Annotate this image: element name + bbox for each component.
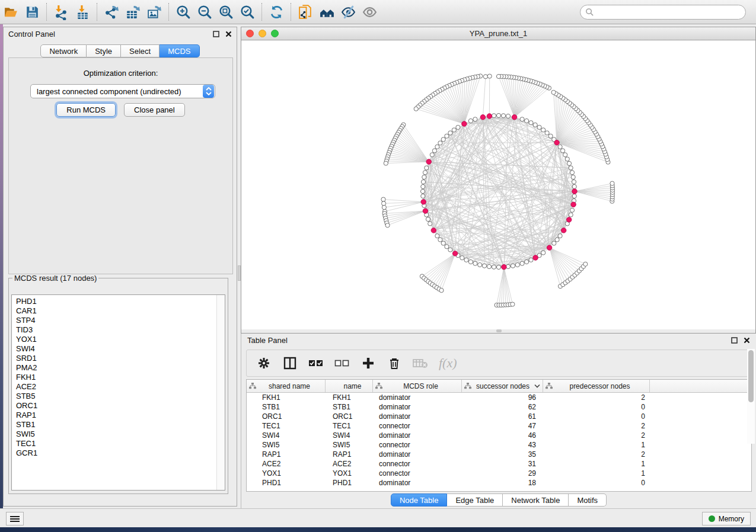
table-row[interactable]: TEC1TEC1connector472: [247, 421, 751, 431]
table-cell[interactable]: PHD1: [247, 478, 326, 488]
ring-node[interactable]: [565, 157, 569, 161]
ring-node[interactable]: [441, 241, 445, 245]
ring-node[interactable]: [555, 238, 559, 242]
ring-node[interactable]: [541, 128, 546, 132]
ring-node[interactable]: [563, 153, 567, 157]
save-session-icon[interactable]: [21, 2, 43, 21]
leaf-node[interactable]: [483, 75, 487, 79]
mcds-hub-node[interactable]: [512, 115, 516, 120]
close-window-icon[interactable]: [246, 30, 254, 37]
tab-select[interactable]: Select: [121, 44, 160, 57]
leaf-node[interactable]: [381, 197, 385, 201]
network-graph[interactable]: [241, 41, 755, 330]
table-cell[interactable]: connector: [373, 469, 462, 478]
column-header-successor-nodes[interactable]: successor nodes: [462, 380, 543, 392]
mcds-hub-node[interactable]: [480, 115, 485, 120]
ring-node[interactable]: [452, 128, 456, 132]
optimization-dropdown[interactable]: largest connected component (undirected): [30, 84, 215, 98]
ring-node[interactable]: [445, 245, 449, 249]
mcds-result-item[interactable]: PMA2: [12, 363, 225, 373]
zoom-out-icon[interactable]: [194, 2, 215, 21]
mcds-result-item[interactable]: RAP1: [12, 411, 225, 420]
table-cell[interactable]: ORC1: [326, 412, 373, 421]
ring-node[interactable]: [448, 131, 452, 135]
ring-node[interactable]: [533, 123, 537, 127]
maximize-window-icon[interactable]: [271, 30, 279, 37]
tab-style[interactable]: Style: [87, 44, 121, 57]
table-cell[interactable]: STB1: [247, 402, 326, 412]
mcds-result-item[interactable]: STP4: [12, 316, 225, 325]
table-cell[interactable]: TEC1: [247, 421, 326, 431]
export-table-icon[interactable]: [122, 2, 143, 21]
table-cell[interactable]: 0: [543, 412, 650, 421]
table-cell[interactable]: 31: [462, 459, 543, 469]
ring-node[interactable]: [426, 217, 430, 222]
ring-node[interactable]: [525, 259, 529, 264]
close-panel-button[interactable]: Close panel: [124, 103, 185, 117]
table-row[interactable]: YOX1YOX1connector291: [247, 469, 751, 478]
ring-node[interactable]: [420, 189, 425, 193]
leaf-node[interactable]: [551, 90, 556, 94]
table-row[interactable]: STB1STB1dominator620: [247, 402, 751, 412]
mcds-result-item[interactable]: GCR1: [12, 448, 225, 458]
table-row[interactable]: FKH1FKH1dominator962: [247, 393, 751, 402]
ring-node[interactable]: [430, 153, 434, 157]
ring-node[interactable]: [468, 259, 473, 264]
hide-selected-icon[interactable]: [337, 2, 359, 21]
show-all-icon[interactable]: [359, 2, 380, 21]
ring-node[interactable]: [492, 265, 496, 269]
mcds-result-item[interactable]: STB5: [12, 392, 225, 401]
ring-node[interactable]: [473, 261, 477, 265]
ring-node[interactable]: [572, 194, 576, 198]
table-cell[interactable]: 0: [543, 402, 650, 412]
mcds-result-item[interactable]: SWI4: [12, 344, 225, 354]
table-cell[interactable]: dominator: [373, 450, 462, 459]
mcds-result-item[interactable]: ORC1: [12, 401, 225, 411]
table-cell[interactable]: 62: [462, 402, 543, 412]
run-mcds-button[interactable]: Run MCDS: [56, 103, 116, 117]
column-header-name[interactable]: name: [326, 380, 373, 392]
leaf-node[interactable]: [610, 181, 614, 185]
ring-node[interactable]: [482, 264, 486, 268]
open-file-icon[interactable]: [0, 2, 21, 21]
ring-node[interactable]: [492, 114, 496, 118]
table-row[interactable]: RAP1RAP1dominator352: [247, 450, 751, 459]
table-cell[interactable]: 43: [462, 440, 543, 450]
vertical-splitter-handle[interactable]: [238, 265, 241, 281]
ring-node[interactable]: [460, 256, 464, 260]
table-cell[interactable]: TEC1: [326, 421, 373, 431]
table-cell[interactable]: YOX1: [326, 469, 373, 478]
ring-node[interactable]: [425, 166, 429, 170]
horizontal-splitter-handle[interactable]: [496, 329, 502, 332]
mcds-hub-node[interactable]: [462, 121, 467, 126]
ring-node[interactable]: [520, 261, 524, 265]
table-cell[interactable]: 29: [462, 469, 543, 478]
leaf-node[interactable]: [583, 262, 588, 266]
table-cell[interactable]: 96: [462, 393, 543, 402]
ring-node[interactable]: [456, 125, 460, 129]
ring-node[interactable]: [438, 238, 442, 242]
table-cell[interactable]: 2: [543, 393, 650, 402]
float-panel-icon[interactable]: [213, 31, 219, 37]
table-cell[interactable]: RAP1: [326, 450, 373, 459]
leaf-node[interactable]: [385, 223, 390, 227]
mcds-result-item[interactable]: STB1: [12, 420, 225, 430]
ring-node[interactable]: [496, 113, 500, 117]
select-all-icon[interactable]: [308, 355, 324, 371]
table-cell[interactable]: 18: [462, 478, 543, 488]
add-icon[interactable]: [361, 355, 376, 371]
leaf-node[interactable]: [487, 74, 492, 78]
ring-node[interactable]: [570, 208, 574, 212]
ring-node[interactable]: [558, 145, 562, 149]
mcds-hub-node[interactable]: [426, 159, 431, 164]
ring-node[interactable]: [496, 265, 500, 269]
table-row[interactable]: PHD1PHD1dominator180: [247, 478, 751, 488]
table-cell[interactable]: 2: [543, 421, 650, 431]
mcds-hub-node[interactable]: [533, 255, 538, 260]
ring-node[interactable]: [511, 264, 515, 268]
mcds-hub-node[interactable]: [423, 209, 428, 213]
leaf-node[interactable]: [382, 206, 386, 210]
table-cell[interactable]: PHD1: [326, 478, 373, 488]
tab-mcds[interactable]: MCDS: [160, 44, 199, 57]
ring-node[interactable]: [468, 118, 473, 123]
